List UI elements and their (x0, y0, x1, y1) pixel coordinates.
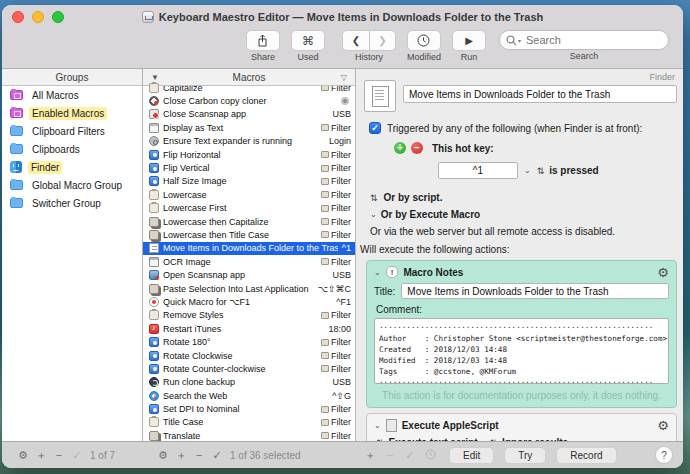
search-input[interactable] (524, 33, 662, 47)
macro-row-flip-horizontal[interactable]: Flip HorizontalFilter (143, 148, 355, 161)
modified-button[interactable] (407, 30, 441, 51)
macro-row-rotate-clockwise[interactable]: Rotate ClockwiseFilter (143, 349, 355, 362)
record-button[interactable]: Record (556, 447, 616, 464)
remove-group-button[interactable]: − (50, 449, 68, 461)
clipboard-filter-icon (321, 178, 329, 185)
ccc-macro-icon (149, 96, 159, 106)
macro-icon-well[interactable] (364, 80, 396, 112)
macro-label: Lowercase then Title Case (163, 230, 317, 240)
macro-row-paste-selection-into-last-application[interactable]: Paste Selection Into Last Application⌥⇧⌘… (143, 282, 355, 295)
sidebar-item-switcher-group[interactable]: Switcher Group (2, 194, 142, 212)
macro-name-field[interactable] (403, 85, 677, 103)
script-type-popup[interactable]: ⇅ Execute text script (376, 437, 477, 441)
gear-icon[interactable]: ⚙ (14, 449, 32, 462)
macro-row-translate[interactable]: TranslateFilter (143, 429, 355, 441)
macro-row-move-items-in-downloads-folder-to-the-trash[interactable]: Move Items in Downloads Folder to the Tr… (143, 242, 355, 255)
macro-row-quick-macro-for-f1[interactable]: Quick Macro for ⌥F1^F1 (143, 295, 355, 308)
add-trigger-button[interactable]: + (394, 142, 406, 154)
edit-button[interactable]: Edit (449, 447, 494, 464)
will-execute-label: Will execute the following actions: (360, 244, 677, 255)
macro-row-rotate-counter-clockwise[interactable]: Rotate Counter-clockwiseFilter (143, 362, 355, 375)
run-button[interactable]: ▶ (452, 30, 486, 51)
snapo-macro-icon (149, 270, 159, 280)
filter-funnel-filled-icon[interactable]: ▼ (151, 73, 159, 82)
popup-arrows-icon: ⇅ (489, 438, 497, 442)
hotkey-field[interactable] (438, 162, 518, 179)
sidebar-item-global-macro-group[interactable]: Global Macro Group (2, 176, 142, 194)
or-by-script-popup[interactable]: ⇅ Or by script. (370, 192, 677, 203)
gear-icon[interactable]: ⚙ (657, 266, 669, 279)
macro-row-close-scansnap-app[interactable]: Close Scansnap appUSB (143, 108, 355, 121)
history-back-button[interactable]: ❮ (342, 30, 369, 51)
hotkey-pressed-popup[interactable]: ⇅ is pressed (537, 165, 599, 176)
try-button[interactable]: Try (504, 447, 546, 464)
macro-row-display-as-text[interactable]: Display as TextFilter (143, 121, 355, 134)
macro-row-ensure-text-expander-is-running[interactable]: Ensure Text expander is runningLogin (143, 135, 355, 148)
macro-row-rotate-180[interactable]: Rotate 180°Filter (143, 335, 355, 348)
results-popup[interactable]: ⇅ Ignore results (489, 437, 568, 441)
gear-icon[interactable]: ⚙ (657, 419, 669, 432)
chevron-right-icon: ❯ (378, 35, 386, 46)
macro-row-ocr-image[interactable]: OCR ImageFilter (143, 255, 355, 268)
enable-action-checkmark-icon[interactable]: ✓ (401, 449, 419, 462)
groups-status-section: ⚙ ＋ − ✓ 1 of 7 (2, 448, 142, 463)
macro-row-restart-itunes[interactable]: Restart iTunes18:00 (143, 322, 355, 335)
macro-trigger: USB (332, 109, 351, 119)
timer-icon[interactable] (421, 449, 439, 462)
gear-icon[interactable]: ⚙ (154, 449, 172, 462)
execute-applescript-action[interactable]: ⌄ Execute AppleScript ⚙ ⇅ Execute text s… (366, 413, 677, 441)
macro-row-title-case[interactable]: Title CaseFilter (143, 416, 355, 429)
search-options-chevron-icon[interactable]: ▾ (518, 37, 521, 44)
folder-blue-icon (10, 198, 23, 208)
macro-row-lowercase[interactable]: LowercaseFilter (143, 188, 355, 201)
add-action-button[interactable]: ＋ (361, 448, 379, 463)
collapse-chevron-icon[interactable]: ⌄ (374, 421, 381, 430)
hotkey-dropdown-chevron-icon[interactable]: ⌄ (524, 166, 531, 175)
collapse-chevron-icon[interactable]: ⌄ (374, 268, 381, 277)
enable-macro-checkmark-icon[interactable]: ✓ (208, 449, 226, 462)
comment-text-area[interactable]: ········································… (374, 318, 669, 384)
groups-list: All MacrosEnabled MacrosClipboard Filter… (2, 86, 142, 212)
search-field[interactable]: ▾ (499, 30, 669, 50)
macro-row-lowercase-then-title-case[interactable]: Lowercase then Title CaseFilter (143, 228, 355, 241)
macro-row-flip-vertical[interactable]: Flip VerticalFilter (143, 161, 355, 174)
hotkey-pressed-label: is pressed (549, 165, 598, 176)
macro-row-open-scansnap-app[interactable]: Open Scansnap appUSB (143, 268, 355, 281)
share-button[interactable] (246, 30, 280, 51)
macro-row-set-dpi-to-nominal[interactable]: Set DPI to NominalFilter (143, 402, 355, 415)
remove-macro-button[interactable]: − (190, 449, 208, 461)
macro-row-lowercase-first[interactable]: Lowercase FirstFilter (143, 202, 355, 215)
history-forward-button[interactable]: ❯ (369, 30, 396, 51)
macro-row-search-the-web[interactable]: Search the Web^⇧G (143, 389, 355, 402)
triggered-checkbox[interactable]: ✓ (369, 122, 381, 134)
popup-arrows-icon: ⇅ (537, 166, 545, 176)
or-by-execute-macro-disclosure[interactable]: ⌄ Or by Execute Macro (370, 209, 677, 220)
used-button[interactable]: ⌘ (291, 30, 325, 51)
macro-trigger: Filter (321, 217, 351, 227)
application-trigger-icon (341, 97, 349, 105)
sidebar-item-finder[interactable]: Finder (2, 158, 142, 176)
add-macro-button[interactable]: ＋ (172, 448, 190, 463)
groups-column: Groups All MacrosEnabled MacrosClipboard… (2, 69, 143, 441)
script-type-label: Execute text script (389, 437, 478, 441)
sidebar-item-clipboard-filters[interactable]: Clipboard Filters (2, 122, 142, 140)
macro-row-lowercase-then-capitalize[interactable]: Lowercase then CapitalizeFilter (143, 215, 355, 228)
sidebar-item-enabled-macros[interactable]: Enabled Macros (2, 104, 142, 122)
groups-header: Groups (2, 69, 142, 86)
sidebar-item-all-macros[interactable]: All Macros (2, 86, 142, 104)
macro-notes-action[interactable]: ⌄ ! Macro Notes ⚙ Title: Comment: ······… (366, 260, 677, 408)
macro-row-half-size-image[interactable]: Half Size ImageFilter (143, 175, 355, 188)
enable-group-checkmark-icon[interactable]: ✓ (68, 449, 86, 462)
macro-row-run-clone-backup[interactable]: Run clone backupUSB (143, 376, 355, 389)
notes-title-field[interactable] (401, 283, 669, 299)
macro-row-close-carbon-copy-cloner[interactable]: Close Carbon copy cloner (143, 94, 355, 107)
compass-macro-icon (149, 391, 159, 401)
remove-action-button[interactable]: − (381, 449, 399, 461)
remove-trigger-button[interactable]: − (411, 142, 423, 154)
actions-status-section: ＋ − ✓ Edit Try Record ? (355, 446, 683, 464)
filter-funnel-outline-icon[interactable]: ▽ (341, 73, 347, 82)
help-button[interactable]: ? (655, 446, 673, 464)
macro-row-remove-styles[interactable]: Remove StylesFilter (143, 309, 355, 322)
sidebar-item-clipboards[interactable]: Clipboards (2, 140, 142, 158)
add-group-button[interactable]: ＋ (32, 448, 50, 463)
